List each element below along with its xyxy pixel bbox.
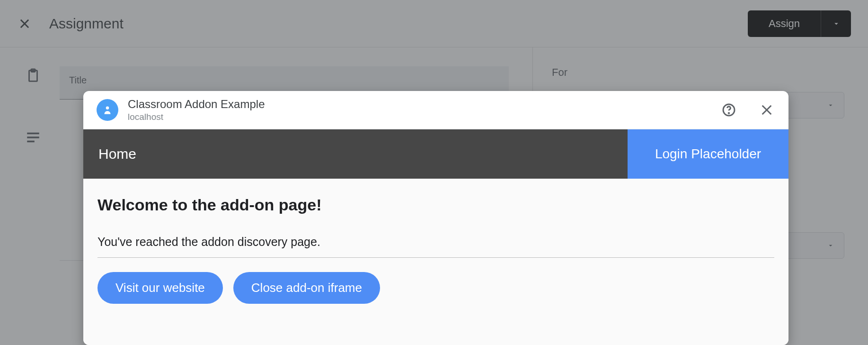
help-button[interactable] — [720, 101, 737, 118]
svg-point-7 — [106, 106, 109, 109]
addon-title: Classroom Addon Example — [128, 98, 711, 111]
person-circle-icon — [101, 104, 114, 116]
nav-login-tab[interactable]: Login Placeholder — [628, 129, 788, 179]
addon-content: Welcome to the add-on page! You've reach… — [83, 179, 788, 304]
visit-website-button[interactable]: Visit our website — [97, 272, 223, 304]
addon-paragraph: You've reached the addon discovery page. — [97, 235, 774, 249]
close-icon — [759, 102, 774, 118]
addon-modal-body: Home Login Placeholder Welcome to the ad… — [83, 129, 788, 345]
divider — [97, 257, 774, 258]
addon-button-row: Visit our website Close add-on iframe — [97, 272, 774, 304]
addon-modal-header: Classroom Addon Example localhost — [83, 91, 788, 129]
addon-header-actions — [720, 101, 775, 118]
addon-nav: Home Login Placeholder — [83, 129, 788, 179]
svg-point-9 — [728, 113, 729, 114]
addon-heading: Welcome to the add-on page! — [97, 196, 774, 214]
close-iframe-button[interactable]: Close add-on iframe — [233, 272, 380, 304]
addon-modal: Classroom Addon Example localhost Home L… — [83, 91, 788, 345]
help-circle-icon — [721, 102, 736, 118]
assignment-page: Assignment Assign Title — [0, 0, 868, 345]
nav-home-tab[interactable]: Home — [83, 129, 628, 179]
addon-title-block: Classroom Addon Example localhost — [128, 98, 711, 122]
addon-subtitle: localhost — [128, 112, 711, 122]
addon-app-icon — [97, 99, 118, 121]
close-addon-button[interactable] — [758, 101, 775, 118]
